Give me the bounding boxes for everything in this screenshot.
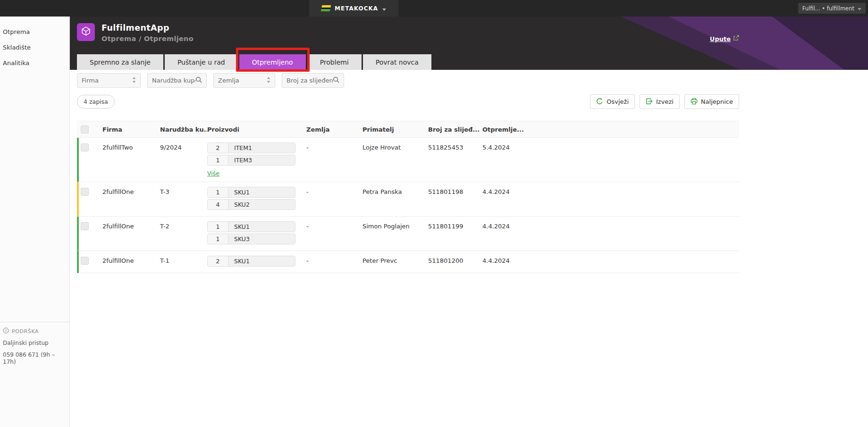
product-qty: 1 [208, 222, 228, 232]
printer-icon [691, 98, 698, 106]
cell-order: T-1 [160, 251, 207, 273]
cell-products: 1 SKU1 4 SKU2 [207, 182, 306, 216]
row-checkbox-cell [79, 217, 102, 251]
product-qty: 2 [208, 256, 228, 266]
app-shell: Otprema Skladište Analitika PODRŠKA Dalj… [0, 17, 868, 427]
tab-otpremljeno[interactable]: Otpremljeno [239, 54, 306, 70]
cell-products: 1 SKU1 1 SKU3 [207, 217, 306, 251]
tab-spremno-za-slanje[interactable]: Spremno za slanje [77, 54, 163, 70]
product-pill: 2 SKU1 [207, 256, 295, 267]
page-header: FulfilmentApp Otprema / Otpremljeno Uput… [70, 17, 868, 70]
cell-tracking: 511801199 [428, 217, 482, 251]
product-name: SKU2 [228, 201, 250, 208]
product-qty: 1 [208, 155, 228, 165]
order-search-wrap [147, 73, 207, 88]
country-select[interactable]: Zemlja [213, 73, 275, 88]
chevron-down-icon [858, 5, 861, 12]
refresh-button-label: Osvježi [607, 98, 629, 105]
page-title: FulfilmentApp [101, 23, 194, 33]
cell-order: 9/2024 [160, 138, 207, 182]
product-qty: 1 [208, 234, 228, 244]
cell-tracking: 511801200 [428, 251, 482, 273]
main-area: FulfilmentApp Otprema / Otpremljeno Uput… [70, 17, 868, 427]
cell-recipient: Simon Poglajen [362, 217, 428, 251]
row-checkbox-cell [79, 182, 102, 216]
cell-country: - [306, 138, 362, 182]
brand-name: METAKOCKA [335, 5, 378, 12]
sidebar-spacer [0, 71, 69, 322]
topbar: METAKOCKA Fulfil... • fulfillment [0, 0, 868, 17]
sidebar-support: PODRŠKA Daljinski pristup 059 086 671 (9… [0, 322, 69, 366]
tab-otpremljeno-wrap: Otpremljeno [239, 54, 306, 70]
row-checkbox[interactable] [81, 188, 89, 196]
product-pill: 4 SKU2 [207, 199, 295, 210]
product-qty: 1 [208, 187, 228, 197]
tab-problemi[interactable]: Problemi [307, 54, 362, 70]
search-icon [333, 76, 339, 85]
product-name: SKU1 [228, 223, 250, 230]
table-row: 2fulfillOne T-1 2 SKU1 - Peter Prevc 511… [77, 251, 739, 273]
cell-country: - [306, 182, 362, 216]
export-button[interactable]: Izvezi [640, 94, 680, 109]
toolbar-actions: Osvježi Izvezi Naljepnice [590, 94, 739, 109]
product-pill: 2 ITEM1 [207, 142, 295, 153]
col-narudzba: Narudžba ku... [160, 126, 207, 133]
brand-menu[interactable]: METAKOCKA [309, 0, 398, 17]
row-checkbox[interactable] [81, 143, 89, 151]
select-all-checkbox[interactable] [81, 126, 89, 134]
product-qty: 2 [208, 143, 228, 153]
metakocka-logo-icon [321, 5, 331, 11]
labels-button-label: Naljepnice [701, 98, 733, 105]
sidebar-filler [0, 366, 69, 427]
app-icon [77, 23, 95, 41]
search-icon [195, 76, 202, 85]
export-icon [646, 98, 653, 106]
col-proizvodi: Proizvodi [207, 126, 306, 133]
shipments-table: Firma Narudžba ku... Proizvodi Zemlja Pr… [77, 121, 739, 273]
tab-povrat-novca[interactable]: Povrat novca [363, 54, 431, 70]
row-checkbox[interactable] [81, 222, 89, 230]
col-zemlja: Zemlja [306, 126, 362, 133]
firma-select[interactable]: Firma [77, 73, 141, 88]
row-checkbox-cell [79, 251, 102, 273]
product-pill: 1 SKU3 [207, 234, 295, 244]
labels-print-button[interactable]: Naljepnice [684, 94, 739, 109]
help-link-label: Upute [710, 35, 731, 42]
sidebar-item-otprema[interactable]: Otprema [0, 24, 69, 40]
product-name: SKU3 [228, 235, 250, 243]
row-checkbox[interactable] [81, 257, 89, 265]
filter-bar: Firma Zemlja [70, 70, 868, 88]
tab-pustanje-u-rad[interactable]: Puštanje u rad [165, 54, 238, 70]
more-link[interactable]: Više [207, 170, 219, 177]
order-search-input[interactable] [152, 77, 195, 84]
chevron-down-icon [382, 4, 386, 13]
support-header-label: PODRŠKA [12, 328, 39, 335]
account-switcher[interactable]: Fulfil... • fulfillment [798, 3, 866, 14]
header-titles: FulfilmentApp Otprema / Otpremljeno [101, 23, 194, 42]
records-count-badge: 4 zapisa [77, 95, 115, 109]
help-link[interactable]: Upute [710, 35, 739, 42]
toolbar: 4 zapisa Osvježi Izvezi [70, 88, 868, 109]
cell-tracking: 511801198 [428, 182, 482, 216]
sidebar-item-skladiste[interactable]: Skladište [0, 40, 69, 55]
product-pill: 1 SKU1 [207, 187, 295, 198]
product-pill: 1 SKU1 [207, 221, 295, 232]
refresh-button[interactable]: Osvježi [590, 94, 635, 109]
product-name: SKU1 [228, 189, 250, 196]
sidebar-item-analitika[interactable]: Analitika [0, 55, 69, 71]
sort-carets-icon [267, 76, 270, 85]
info-icon [3, 327, 9, 335]
cell-recipient: Petra Panska [362, 182, 428, 216]
table-header: Firma Narudžba ku... Proizvodi Zemlja Pr… [77, 121, 739, 138]
cell-firma: 2fulfillOne [102, 217, 160, 251]
header-checkbox-cell [79, 126, 102, 134]
support-remote-access: Daljinski pristup [3, 340, 66, 347]
cell-order: T-3 [160, 182, 207, 216]
header-top: FulfilmentApp Otprema / Otpremljeno Uput… [70, 17, 868, 42]
tabs: Spremno za slanje Puštanje u rad Otpreml… [70, 54, 868, 70]
tracking-search-wrap [282, 73, 344, 88]
support-header: PODRŠKA [3, 327, 66, 335]
tracking-search-input[interactable] [287, 77, 333, 84]
table-row: 2fulfillTwo 9/2024 2 ITEM1 1 ITEM3 Više … [77, 138, 739, 182]
col-primatelj: Primatelj [362, 126, 428, 133]
